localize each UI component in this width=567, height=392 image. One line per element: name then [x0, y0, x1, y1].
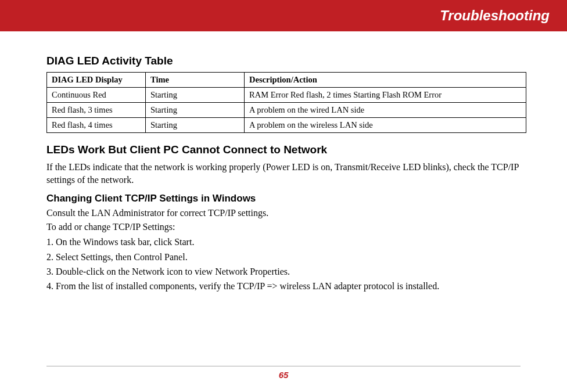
table-cell: RAM Error Red flash, 2 times Starting Fl…	[245, 88, 526, 103]
header-title: Troubleshooting	[440, 8, 550, 24]
header-bar: Troubleshooting	[0, 0, 567, 31]
table-cell: Continuous Red	[47, 88, 146, 103]
content-area: DIAG LED Activity Table DIAG LED Display…	[0, 31, 567, 293]
footer: 65	[0, 366, 567, 380]
table-cell: Starting	[146, 118, 245, 133]
step-item: 1. On the Windows task bar, click Start.	[46, 235, 526, 249]
step-item: 4. From the list of installed components…	[46, 279, 526, 293]
step-item: 2. Select Settings, then Control Panel.	[46, 250, 526, 264]
steps-list: 1. On the Windows task bar, click Start.…	[46, 235, 526, 293]
body-text: To add or change TCP/IP Settings:	[46, 221, 526, 233]
table-row: Continuous Red Starting RAM Error Red fl…	[47, 88, 526, 103]
table-header-description: Description/Action	[245, 73, 526, 88]
table-cell: Red flash, 4 times	[47, 118, 146, 133]
table-cell: Starting	[146, 103, 245, 118]
table-header-row: DIAG LED Display Time Description/Action	[47, 73, 526, 88]
table-cell: Starting	[146, 88, 245, 103]
section-heading-diag-table: DIAG LED Activity Table	[46, 55, 526, 67]
footer-divider	[46, 366, 521, 366]
diag-led-table: DIAG LED Display Time Description/Action…	[46, 72, 526, 133]
table-cell: Red flash, 3 times	[47, 103, 146, 118]
body-text: Consult the LAN Administrator for correc…	[46, 207, 526, 220]
table-header-time: Time	[146, 73, 245, 88]
table-header-display: DIAG LED Display	[47, 73, 146, 88]
table-row: Red flash, 3 times Starting A problem on…	[47, 103, 526, 118]
body-text: If the LEDs indicate that the network is…	[46, 161, 526, 186]
table-cell: A problem on the wireless LAN side	[245, 118, 526, 133]
table-cell: A problem on the wired LAN side	[245, 103, 526, 118]
section-heading-leds-work: LEDs Work But Client PC Cannot Connect t…	[46, 143, 526, 156]
page-number: 65	[279, 370, 289, 380]
section-heading-changing-tcpip: Changing Client TCP/IP Settings in Windo…	[46, 193, 526, 204]
table-row: Red flash, 4 times Starting A problem on…	[47, 118, 526, 133]
step-item: 3. Double-click on the Network icon to v…	[46, 265, 526, 278]
